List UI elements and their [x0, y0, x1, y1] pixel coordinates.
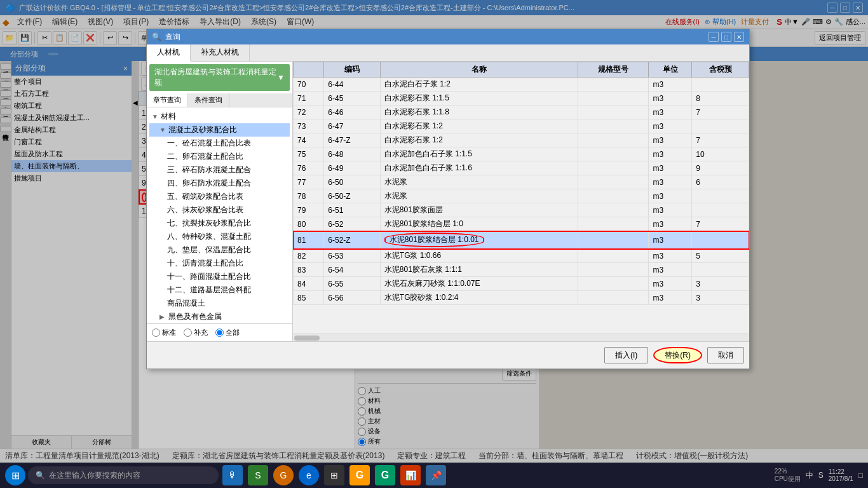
- tree-node-item-3[interactable]: 三、碎石防水混凝土配合: [149, 163, 290, 177]
- tree-node-concrete-mix[interactable]: ▼ 混凝土及砂浆配合比: [149, 123, 290, 137]
- taskbar-app-icon-2[interactable]: S: [248, 465, 268, 485]
- result-row[interactable]: 73 6-47 白水泥彩石浆 1:2 m3: [294, 119, 749, 133]
- province-dropdown-icon: ▼: [277, 73, 285, 82]
- dialog-title-bar: 🔍 查询 ─ □ ✕: [147, 29, 749, 44]
- taskbar-app-icon-4[interactable]: e: [299, 465, 319, 485]
- result-row[interactable]: 82 6-53 水泥TG浆 1:0.66 m3 5: [294, 249, 749, 263]
- result-row[interactable]: 84 6-55 水泥石灰麻刀砂浆 1:1:0.07E m3 3: [294, 277, 749, 291]
- result-row[interactable]: 79 6-51 水泥801胶浆面层 m3: [294, 203, 749, 217]
- query-dialog: 🔍 查询 ─ □ ✕ 人材机 补充人材机 湖北省房屋建筑与装饰工程消耗量定额 ▼…: [146, 29, 750, 369]
- type-radio-group: 标准 补充 全部: [147, 323, 292, 341]
- radio-all[interactable]: 全部: [215, 328, 240, 337]
- dialog-maximize[interactable]: □: [721, 32, 731, 42]
- province-selector[interactable]: 湖北省房屋建筑与装饰工程消耗量定额 ▼: [149, 64, 290, 91]
- result-col-no: [294, 62, 324, 78]
- tree-node-label-2: 混凝土及砂浆配合比: [168, 125, 237, 135]
- dialog-body: 湖北省房屋建筑与装饰工程消耗量定额 ▼ 章节查询 条件查询 ▼ 材料 ▼ 混凝土…: [147, 62, 749, 341]
- tree-node-item-7[interactable]: 七、抗裂抹灰砂浆配合比: [149, 217, 290, 230]
- result-row[interactable]: 75 6-48 白水泥加色白石子浆 1:1.5 m3 10: [294, 147, 749, 161]
- taskbar-app-icon-8[interactable]: 📊: [400, 465, 421, 485]
- result-row[interactable]: 80 6-52 水泥801胶浆结合层 1:0 m3 7: [294, 217, 749, 231]
- result-col-spec: 规格型号: [578, 62, 649, 78]
- tree-node-item-11[interactable]: 十一、路面混凝土配合比: [149, 270, 290, 283]
- replace-dialog-btn[interactable]: 替换(R): [653, 347, 702, 363]
- taskbar-search-box[interactable]: 🔍 在这里输入你要搜索的内容: [28, 466, 219, 484]
- taskbar-app-icon-9[interactable]: 📌: [426, 465, 446, 485]
- tree-node-item-12[interactable]: 十二、道路基层混合料配: [149, 283, 290, 297]
- result-row[interactable]: 78 6-50-Z 水泥浆 m3: [294, 189, 749, 203]
- result-row[interactable]: 71 6-45 白水泥彩石浆 1:1.5 m3 8: [294, 92, 749, 105]
- tree-node-item-4[interactable]: 四、卵石防水混凝土配合: [149, 177, 290, 190]
- tree-node-item-6[interactable]: 六、抹灰砂浆配合比表: [149, 203, 290, 217]
- tree-tab-chapter[interactable]: 章节查询: [147, 93, 188, 107]
- result-scrollbar-h[interactable]: [293, 334, 749, 341]
- result-col-code: 编码: [324, 62, 381, 78]
- tree-node-item-8[interactable]: 八、特种砂浆、混凝土配: [149, 230, 290, 243]
- result-row[interactable]: 76 6-49 白水泥加色白石子浆 1:1.6 m3 9: [294, 161, 749, 175]
- expand-icon: ▼: [152, 113, 159, 120]
- taskbar-app-icon-5[interactable]: ⊞: [324, 465, 344, 485]
- tree-node-item-1[interactable]: 一、砼石混凝土配合比表: [149, 137, 290, 150]
- tree-tab-bar: 章节查询 条件查询: [147, 93, 292, 107]
- windows-start[interactable]: ⊞: [5, 465, 25, 485]
- result-col-unit: 单位: [649, 62, 692, 78]
- result-row[interactable]: 85 6-56 水泥TG胶砂浆 1:0.2:4 m3 3: [294, 291, 749, 305]
- tree-node-item-9[interactable]: 九、垫层、保温层配合比: [149, 243, 290, 257]
- dialog-close[interactable]: ✕: [734, 32, 744, 42]
- tree-node-commercial-concrete[interactable]: 商品混凝土: [149, 297, 290, 310]
- taskbar-app-icon-1[interactable]: 🎙: [222, 465, 243, 485]
- cancel-dialog-btn[interactable]: 取消: [707, 347, 744, 363]
- radio-supplement[interactable]: 补充: [184, 328, 208, 337]
- dialog-title-text: 查询: [165, 32, 180, 43]
- insert-dialog-btn[interactable]: 插入(I): [604, 347, 648, 363]
- result-col-price: 含税预: [692, 62, 749, 78]
- dialog-tab-labor-material[interactable]: 人材机: [147, 44, 191, 62]
- result-table: 编码 名称 规格型号 单位 含税预 70 6-44 白水泥白石子浆 1:2: [293, 62, 749, 305]
- result-row[interactable]: 70 6-44 白水泥白石子浆 1:2 m3: [294, 78, 749, 92]
- tree-node-material[interactable]: ▼ 材料: [149, 110, 290, 123]
- taskbar: ⊞ 🔍 在这里输入你要搜索的内容 🎙 S G e ⊞ G G 📊 📌 22%CP…: [0, 463, 868, 488]
- tree-content-area: ▼ 材料 ▼ 混凝土及砂浆配合比 一、砼石混凝土配合比表 二、卵石混凝土配合比 …: [147, 107, 292, 323]
- sound-icon: S: [818, 471, 824, 480]
- tree-tab-condition[interactable]: 条件查询: [188, 93, 229, 107]
- taskbar-app-icon-3[interactable]: G: [273, 465, 294, 485]
- dialog-tab-supplement[interactable]: 补充人材机: [191, 44, 250, 61]
- result-col-name: 名称: [380, 62, 578, 78]
- tree-node-metal[interactable]: ▶ 黑色及有色金属: [149, 310, 290, 323]
- result-highlighted-row[interactable]: 81 6-52-Z 水泥801胶浆结合层 1:0.01 m3: [294, 231, 749, 249]
- result-panel: 编码 名称 规格型号 单位 含税预 70 6-44 白水泥白石子浆 1:2: [293, 62, 749, 341]
- taskbar-search-label: 在这里输入你要搜索的内容: [49, 470, 140, 481]
- tree-panel: 湖北省房屋建筑与装饰工程消耗量定额 ▼ 章节查询 条件查询 ▼ 材料 ▼ 混凝土…: [147, 62, 293, 341]
- cpu-usage: 22%CPU使用: [775, 468, 801, 484]
- result-row[interactable]: 77 6-50 水泥浆 m3 6: [294, 175, 749, 189]
- scrollbar-thumb: [294, 336, 320, 341]
- expand-icon-2: ▼: [159, 126, 167, 133]
- clock: 11:222017/8/1: [829, 468, 853, 482]
- result-row[interactable]: 74 6-47-Z 白水泥彩石浆 1:2 m3 7: [294, 133, 749, 147]
- dialog-tab-bar: 人材机 补充人材机: [147, 44, 749, 62]
- dialog-minimize[interactable]: ─: [709, 32, 719, 42]
- dialog-action-bar: 插入(I) 替换(R) 取消: [147, 341, 749, 369]
- tree-node-item-2[interactable]: 二、卵石混凝土配合比: [149, 150, 290, 163]
- dialog-window-controls: ─ □ ✕: [709, 32, 744, 42]
- result-table-scroll: 编码 名称 规格型号 单位 含税预 70 6-44 白水泥白石子浆 1:2: [293, 62, 749, 334]
- taskbar-app-icon-6[interactable]: G: [349, 465, 370, 485]
- taskbar-app-icon-7[interactable]: G: [375, 465, 395, 485]
- radio-standard[interactable]: 标准: [152, 328, 176, 337]
- language-icon: 中: [806, 470, 813, 481]
- taskbar-system-icons: 22%CPU使用 中 S 11:222017/8/1 □: [775, 468, 863, 484]
- result-row[interactable]: 72 6-46 白水泥彩石浆 1:1.8 m3 7: [294, 105, 749, 119]
- province-label: 湖北省房屋建筑与装饰工程消耗量定额: [154, 67, 277, 88]
- result-row[interactable]: 83 6-54 水泥801胶石灰浆 1:1:1 m3: [294, 263, 749, 277]
- notification-icon: □: [858, 471, 863, 480]
- tree-node-item-5[interactable]: 五、砌筑砂浆配合比表: [149, 190, 290, 203]
- tree-node-label: 材料: [161, 111, 176, 122]
- tree-node-item-10[interactable]: 十、沥青混凝土配合比: [149, 257, 290, 270]
